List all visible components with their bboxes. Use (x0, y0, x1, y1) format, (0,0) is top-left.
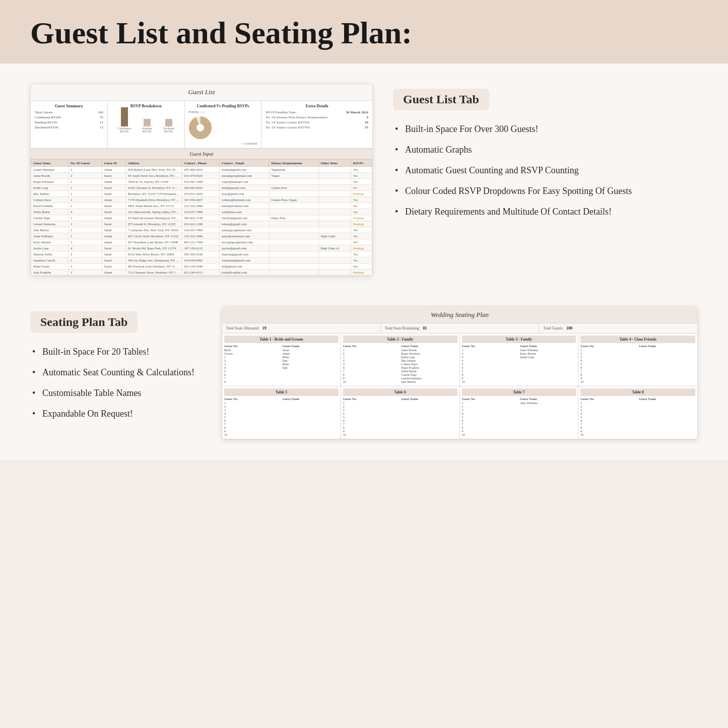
list-item: Customisable Table Names (30, 386, 202, 400)
table-row: Jonathan Carroll1Sarah450 Jay Ridge Ave.… (31, 257, 372, 263)
table-cell: Josh Franklin (31, 270, 69, 276)
summary-row: Guest Summary Total Guests 100 Confirmed… (31, 101, 372, 149)
seat-number: 2 (224, 359, 280, 362)
spreadsheet-title: Guest List (31, 84, 372, 101)
seat-number: 10 (462, 380, 518, 383)
table-cell: 3 (69, 239, 102, 245)
table-cell: leland@gmail.com (220, 221, 269, 227)
seat-guest-name (282, 419, 338, 422)
seat-guest-name (639, 423, 695, 426)
pending-bar-col: Pending RSVPs (138, 119, 156, 133)
total-guests-label: Total Guests (35, 110, 52, 114)
table-row: Jackie Lane4Sarah61 Nicole Rd. Rego Park… (31, 245, 372, 251)
table-cell: 487-496-0413 (182, 167, 220, 173)
seating-row: 7 (580, 423, 695, 426)
table-cell: Sarah (102, 203, 125, 209)
total-guests-item: Total Guests 100 (35, 110, 103, 114)
seating-row: 1Anne Williams (462, 349, 576, 352)
seat-guest-name: Keith Long (401, 356, 457, 359)
seat-number: 4 (462, 412, 518, 415)
remaining-value: 81 (423, 326, 427, 330)
table-column-headers: Guest No.Guest Name (224, 397, 339, 401)
seats-summary: Total Seats Allocated: 19 Total Seats Re… (222, 323, 697, 334)
remaining-cell: Total Seats Remaining: 81 (381, 323, 540, 333)
table-cell: kerry@googlemail.com (220, 239, 269, 245)
table-cell: 1 (69, 227, 102, 233)
table-cell: Yes (351, 173, 372, 179)
declined-label: Declined RSVPs (35, 125, 58, 129)
seat-number: 1 (580, 402, 637, 405)
table-cell: No (351, 203, 372, 209)
table-column-headers: Guest No.Guest Name (462, 397, 576, 401)
guest-no-header: Guest No. (462, 344, 518, 348)
seat-guest-name (639, 409, 695, 412)
seat-number: 1 (462, 402, 518, 405)
table-cell: Adam (102, 197, 125, 203)
pie-chart (189, 116, 212, 139)
seat-number: 3 (462, 356, 518, 359)
seat-guest-name (520, 433, 576, 436)
seat-number: 6 (224, 419, 280, 422)
table-cell: Brooklyn, NY 11219 7178 Elizabeth Drive (126, 191, 182, 197)
seating-row: 8 (580, 373, 695, 376)
seat-guest-name: Anne Williams (520, 349, 576, 352)
seating-row: 5Colleen Hayo (343, 363, 457, 366)
table-cell: 347-839-6057 (182, 197, 220, 203)
table-cell (269, 221, 318, 227)
seat-guest-name (639, 430, 695, 433)
table-cell (318, 221, 351, 227)
seating-row: 3 (462, 409, 576, 412)
seat-number: 4 (224, 366, 280, 369)
seat-guest-name: Mac Palmer (401, 359, 457, 362)
table-cell: 967 Circle Street Brooklyn, NY 11232 (126, 233, 182, 239)
seating-row: 7 (462, 370, 576, 373)
seat-number: 8 (580, 426, 637, 429)
seating-row: 2 (580, 405, 695, 408)
seating-row: 8Charlie Page (343, 373, 457, 376)
table-cell: Jonathan Carroll (31, 257, 69, 263)
seat-number: 8 (462, 426, 518, 429)
table-cell: Yes (351, 179, 372, 185)
seat-number: 7 (580, 370, 637, 373)
table-row: Willis Butler4Sarah22a Tallwood Rd, Spri… (31, 209, 372, 215)
table-cell: 875 Arnold St. Brooklyn, NY 11225 (126, 221, 182, 227)
seat-guest-name (401, 416, 457, 419)
table-cell: 61 Nicole Rd. Rego Park, NY 11374 (126, 245, 182, 251)
table-cell: josh@franklin.com (220, 270, 269, 276)
declined-bar-label: Declined RSVPs (159, 127, 178, 133)
table-cell: Gluten-Free, Vegan (269, 197, 318, 203)
table-cell (318, 173, 351, 179)
table-cell: Mac Palmer (31, 191, 69, 197)
seat-guest-name (639, 366, 695, 369)
table-cell (318, 179, 351, 185)
seating-info-panel: Seating Plan Tab Built-in Space For 20 T… (30, 306, 202, 440)
adam-rsvp-label: No. Of Adam's Guests RSVP'd: (266, 125, 310, 129)
rsvp-breakdown-box: RSVP Breakdown Confirmed RSVPs Pending R… (108, 101, 185, 148)
seating-row: 8 (343, 426, 457, 429)
table-cell: Kerry Burton (31, 239, 69, 245)
col-email: Contact - Email (220, 160, 269, 167)
seat-guest-name (401, 419, 457, 422)
seat-number: 1 (224, 402, 280, 405)
table-section: Table 1 - Bride and GroomGuest No.Guest … (222, 334, 341, 386)
table-cell (318, 227, 351, 233)
seating-row: 6 (462, 366, 576, 369)
pending-bar-label: Pending RSVPs (138, 127, 156, 133)
seat-guest-name (401, 433, 457, 436)
seating-row: 5 (224, 416, 339, 419)
table-cell (269, 191, 318, 197)
table-cell: Willis Butler (31, 209, 69, 215)
table-column-headers: Guest No.Guest Name (462, 344, 576, 348)
page-title: Guest List and Seating Plan: (30, 15, 698, 51)
guest-no-header: Guest No. (224, 397, 280, 401)
seat-guest-name (520, 412, 576, 415)
table-cell (269, 233, 318, 239)
table-header: Table 6 (343, 388, 457, 396)
table-cell: Sarah (102, 173, 125, 179)
table-cell: Hazel Franklin (31, 203, 69, 209)
seat-guest-name: Colleen Hayo (401, 363, 457, 366)
guest-summary-title: Guest Summary (35, 104, 103, 108)
table-cell: Adam (102, 215, 125, 221)
table-cell: Adam (102, 179, 125, 185)
table-cell: 7 Lafayette Ave, New York, NY 10051 (126, 227, 182, 233)
